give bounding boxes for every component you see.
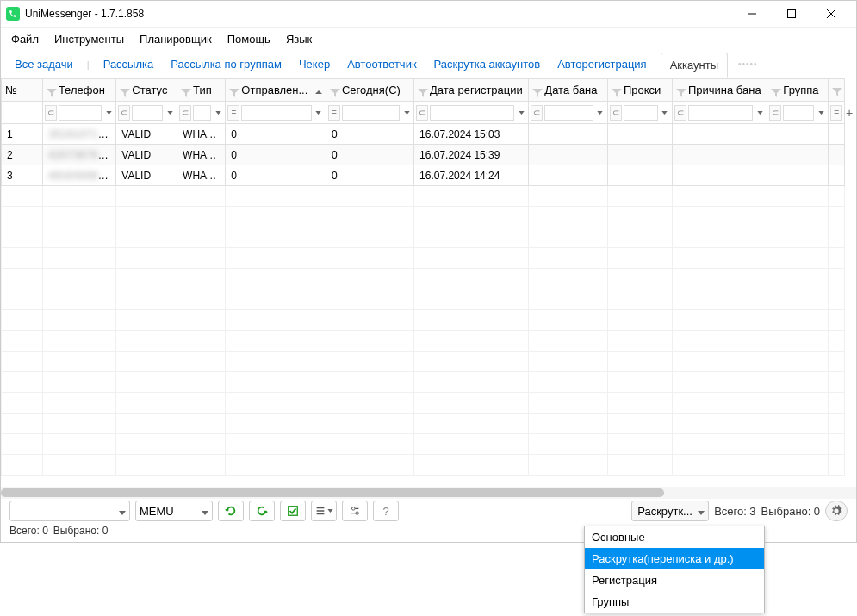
col-num[interactable]: № bbox=[2, 79, 43, 102]
grid: № Телефон Статус Тип Отправлен... Сегодн… bbox=[1, 78, 856, 499]
col-sent[interactable]: Отправлен... bbox=[226, 79, 326, 102]
chevron-down-icon[interactable] bbox=[314, 105, 324, 121]
filter-phone[interactable]: ⊂ bbox=[45, 103, 114, 121]
table-row[interactable]: 2420736780791VALIDWHATS...0016.07.2024 1… bbox=[2, 145, 845, 165]
col-today[interactable]: Сегодня(С) bbox=[326, 79, 413, 102]
table-row bbox=[2, 248, 845, 269]
filter-icon bbox=[418, 87, 428, 96]
col-banreason[interactable]: Причина бана bbox=[672, 79, 767, 102]
filter-icon bbox=[676, 87, 686, 96]
table-row bbox=[2, 331, 845, 352]
filter-sent[interactable]: = bbox=[227, 103, 324, 121]
filter-icon bbox=[120, 87, 130, 96]
tab-autoreply[interactable]: Автоответчик bbox=[344, 53, 419, 76]
settings-button[interactable] bbox=[825, 501, 848, 521]
chevron-down-icon[interactable] bbox=[595, 105, 605, 121]
chevron-down-icon[interactable] bbox=[213, 105, 223, 121]
accounts-table: № Телефон Статус Тип Отправлен... Сегодн… bbox=[1, 78, 845, 476]
tab-overflow-icon[interactable]: ••••• bbox=[738, 59, 758, 69]
table-row bbox=[2, 269, 845, 289]
refresh-button[interactable] bbox=[249, 501, 275, 521]
dropdown-item-groups[interactable]: Группы bbox=[585, 591, 764, 613]
filter-status[interactable]: ⊂ bbox=[118, 103, 175, 121]
dropdown-item-registration[interactable]: Регистрация bbox=[585, 569, 764, 591]
menu-file[interactable]: Файл bbox=[11, 33, 39, 46]
menu-lang[interactable]: Язык bbox=[286, 33, 312, 46]
chevron-down-icon bbox=[119, 505, 126, 518]
filter-icon bbox=[229, 87, 239, 96]
filter-type[interactable]: ⊂ bbox=[179, 103, 223, 121]
chevron-down-icon[interactable] bbox=[516, 105, 526, 121]
scrollbar-thumb[interactable] bbox=[1, 488, 664, 497]
col-type[interactable]: Тип bbox=[177, 79, 226, 102]
svg-rect-4 bbox=[289, 507, 298, 516]
menu-help[interactable]: Помощь bbox=[227, 33, 270, 46]
table-row bbox=[2, 455, 845, 476]
table-row bbox=[2, 414, 845, 434]
filter-today[interactable]: = bbox=[328, 103, 412, 121]
app-window: UniMessenger - 1.7.1.858 Файл Инструмент… bbox=[0, 0, 857, 543]
col-phone[interactable]: Телефон bbox=[42, 79, 115, 102]
tab-all-tasks[interactable]: Все задачи bbox=[11, 53, 77, 76]
view-selector-combo[interactable]: Раскрутк... bbox=[631, 501, 709, 521]
selected-label: Выбрано: 0 bbox=[761, 505, 820, 518]
chevron-down-icon[interactable] bbox=[165, 105, 175, 121]
tab-mailing[interactable]: Рассылка bbox=[100, 53, 158, 76]
table-row bbox=[2, 289, 845, 310]
chevron-down-icon[interactable] bbox=[755, 105, 765, 121]
sort-icon bbox=[315, 85, 322, 98]
view-selector-dropdown: Основные Раскрутка(переписка и др.) Реги… bbox=[584, 526, 765, 613]
table-row bbox=[2, 372, 845, 393]
tab-promote[interactable]: Раскрутка аккаунтов bbox=[431, 53, 544, 76]
col-status[interactable]: Статус bbox=[116, 79, 177, 102]
titlebar: UniMessenger - 1.7.1.858 bbox=[1, 1, 856, 27]
list-button[interactable] bbox=[311, 501, 337, 521]
sliders-button[interactable] bbox=[342, 501, 368, 521]
filter-icon bbox=[47, 87, 57, 96]
emulator-combo[interactable]: MEMU bbox=[135, 501, 213, 521]
filter-proxy[interactable]: ⊂ bbox=[610, 103, 670, 121]
tab-checker[interactable]: Чекер bbox=[295, 53, 333, 76]
col-proxy[interactable]: Прокси bbox=[607, 79, 672, 102]
table-row bbox=[2, 393, 845, 414]
horizontal-scrollbar[interactable] bbox=[1, 487, 856, 499]
add-column-button[interactable]: + bbox=[842, 103, 856, 123]
table-row bbox=[2, 207, 845, 227]
filter-icon bbox=[181, 87, 191, 96]
tab-autoreg[interactable]: Авторегистрация bbox=[554, 53, 649, 76]
total-label: Всего: 3 bbox=[714, 505, 755, 518]
col-extra[interactable] bbox=[829, 79, 845, 102]
gear-icon bbox=[830, 505, 842, 517]
status-total-2: Всего: 0 bbox=[9, 525, 48, 537]
help-button[interactable]: ? bbox=[373, 501, 399, 521]
chevron-down-icon[interactable] bbox=[401, 105, 412, 121]
maximize-button[interactable] bbox=[772, 1, 811, 27]
chevron-down-icon[interactable] bbox=[660, 105, 670, 121]
chevron-down-icon[interactable] bbox=[816, 105, 826, 121]
filter-regdate[interactable]: ⊂ bbox=[416, 103, 526, 121]
filter-banreason[interactable]: ⊂ bbox=[674, 103, 765, 121]
status-selected-2: Выбрано: 0 bbox=[53, 525, 109, 537]
minimize-button[interactable] bbox=[732, 1, 772, 27]
filter-group[interactable]: ⊂ bbox=[769, 103, 826, 121]
col-bandate[interactable]: Дата бана bbox=[529, 79, 608, 102]
dropdown-item-main[interactable]: Основные bbox=[585, 526, 764, 548]
device-combo[interactable] bbox=[9, 501, 130, 521]
filter-extra[interactable]: = bbox=[830, 103, 842, 121]
dropdown-item-promote[interactable]: Раскрутка(переписка и др.) bbox=[585, 548, 764, 569]
filter-bandate[interactable]: ⊂ bbox=[531, 103, 605, 121]
col-group[interactable]: Группа bbox=[767, 79, 829, 102]
menu-tools[interactable]: Инструменты bbox=[54, 33, 124, 46]
chevron-down-icon[interactable] bbox=[103, 105, 114, 121]
tab-group-mailing[interactable]: Рассылка по группам bbox=[167, 53, 285, 76]
menu-scheduler[interactable]: Планировщик bbox=[140, 33, 212, 46]
col-regdate[interactable]: Дата регистрации bbox=[414, 79, 529, 102]
filter-icon bbox=[832, 86, 842, 95]
close-button[interactable] bbox=[811, 1, 851, 27]
table-row bbox=[2, 227, 845, 248]
refresh-all-button[interactable] bbox=[218, 501, 244, 521]
table-row[interactable]: 1351910715296VALIDWHATS...0016.07.2024 1… bbox=[2, 124, 845, 145]
tab-accounts[interactable]: Аккаунты bbox=[661, 53, 728, 78]
table-row[interactable]: 3491630088436VALIDWHATS...0016.07.2024 1… bbox=[2, 165, 845, 186]
check-button[interactable] bbox=[280, 501, 306, 521]
